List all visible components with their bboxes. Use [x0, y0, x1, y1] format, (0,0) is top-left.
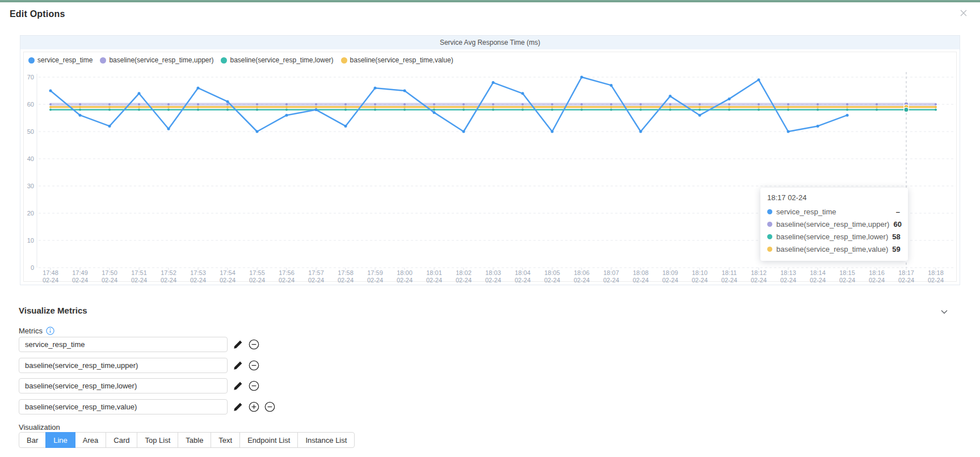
- tooltip-series-name: baseline(service_resp_time,upper): [776, 220, 889, 228]
- legend-item-baseline(service_resp_time,lower)[interactable]: baseline(service_resp_time,lower): [221, 56, 333, 64]
- data-point: [551, 109, 553, 111]
- metric-input[interactable]: [19, 337, 228, 352]
- remove-metric-icon[interactable]: [249, 339, 259, 350]
- section-title-visualize-metrics: Visualize Metrics: [19, 306, 87, 315]
- data-point: [669, 109, 671, 111]
- x-axis-date: 02-24: [574, 277, 590, 283]
- data-point: [344, 109, 347, 111]
- data-point: [699, 103, 701, 105]
- data-point: [640, 130, 642, 133]
- tooltip-series-value: 58: [892, 232, 900, 241]
- legend-item-service_resp_time[interactable]: service_resp_time: [28, 56, 92, 64]
- edit-pencil-icon[interactable]: [233, 360, 243, 371]
- data-point: [551, 103, 553, 105]
- data-point: [79, 103, 81, 105]
- y-axis-label: 60: [27, 101, 34, 108]
- x-axis-date: 02-24: [72, 277, 88, 283]
- data-point: [167, 103, 170, 105]
- visualization-label: Visualization: [19, 423, 60, 431]
- x-axis-time: 18:00: [397, 269, 413, 276]
- metric-input[interactable]: [19, 399, 228, 414]
- viz-option-bar[interactable]: Bar: [19, 432, 46, 448]
- data-point: [787, 106, 789, 108]
- viz-option-instance-list[interactable]: Instance List: [297, 432, 355, 448]
- x-axis-date: 02-24: [308, 277, 324, 283]
- x-axis-date: 02-24: [456, 277, 472, 283]
- remove-metric-icon[interactable]: [249, 380, 259, 391]
- x-axis-time: 18:13: [780, 269, 796, 276]
- legend-item-baseline(service_resp_time,upper)[interactable]: baseline(service_resp_time,upper): [100, 56, 213, 64]
- data-point: [256, 109, 258, 111]
- x-axis-date: 02-24: [898, 277, 914, 283]
- data-point: [344, 125, 347, 128]
- data-point: [285, 106, 288, 108]
- data-point: [817, 109, 819, 111]
- x-axis-time: 18:02: [456, 269, 472, 276]
- remove-metric-icon[interactable]: [264, 401, 275, 412]
- viz-option-card[interactable]: Card: [106, 432, 137, 448]
- tooltip-row: baseline(service_resp_time,lower)58: [767, 230, 900, 243]
- viz-option-top-list[interactable]: Top List: [137, 432, 178, 448]
- metric-input[interactable]: [19, 378, 228, 393]
- data-point: [433, 106, 435, 108]
- data-point: [167, 128, 170, 130]
- chevron-down-icon[interactable]: [940, 307, 949, 316]
- metric-input[interactable]: [19, 358, 228, 373]
- data-point: [374, 87, 377, 90]
- x-axis-time: 18:06: [574, 269, 590, 276]
- legend-item-baseline(service_resp_time,value)[interactable]: baseline(service_resp_time,value): [341, 56, 453, 64]
- data-point: [846, 106, 848, 108]
- data-point: [197, 87, 200, 90]
- data-point: [669, 103, 671, 105]
- viz-option-text[interactable]: Text: [211, 432, 240, 448]
- x-axis-date: 02-24: [662, 277, 678, 283]
- add-metric-icon[interactable]: [249, 401, 259, 412]
- data-point: [167, 106, 170, 108]
- tooltip-series-dot: [767, 222, 772, 227]
- y-axis-label: 50: [27, 128, 34, 135]
- data-point: [403, 90, 406, 92]
- data-point: [610, 106, 612, 108]
- metrics-label: Metrics: [19, 327, 43, 335]
- viz-option-line[interactable]: Line: [45, 432, 75, 448]
- y-axis-label: 30: [27, 183, 34, 189]
- data-point: [492, 109, 494, 111]
- remove-metric-icon[interactable]: [249, 360, 259, 371]
- data-point: [876, 103, 878, 105]
- tooltip-series-name: baseline(service_resp_time,lower): [776, 232, 888, 241]
- data-point: [521, 106, 524, 108]
- data-point: [226, 100, 229, 103]
- legend-dot: [100, 57, 106, 64]
- legend-label: baseline(service_resp_time,value): [350, 56, 453, 64]
- x-axis-date: 02-24: [869, 277, 885, 283]
- data-point: [108, 125, 111, 128]
- x-axis-date: 02-24: [397, 277, 413, 283]
- viz-option-endpoint-list[interactable]: Endpoint List: [239, 432, 298, 448]
- tooltip-series-value: –: [896, 208, 900, 216]
- data-point: [256, 103, 258, 105]
- data-point: [138, 109, 140, 111]
- data-point: [492, 81, 495, 84]
- data-point: [610, 84, 613, 87]
- data-point: [315, 103, 317, 105]
- legend-label: baseline(service_resp_time,lower): [230, 56, 333, 64]
- x-axis-time: 18:15: [839, 269, 855, 276]
- x-axis-time: 18:01: [426, 269, 442, 276]
- data-point: [108, 109, 111, 111]
- info-icon[interactable]: [46, 327, 54, 335]
- edit-pencil-icon[interactable]: [233, 401, 243, 412]
- data-point: [699, 114, 701, 117]
- close-icon[interactable]: [958, 8, 969, 18]
- x-axis-date: 02-24: [338, 277, 354, 283]
- edit-pencil-icon[interactable]: [233, 380, 243, 391]
- edit-pencil-icon[interactable]: [233, 339, 243, 350]
- viz-option-table[interactable]: Table: [178, 432, 211, 448]
- metric-row: [19, 399, 275, 414]
- x-axis-time: 17:58: [338, 269, 354, 276]
- data-point: [640, 106, 642, 108]
- series-baseline(service_resp_time,upper): [49, 103, 937, 105]
- data-point: [817, 125, 819, 128]
- data-point: [49, 103, 52, 105]
- x-axis-date: 02-24: [515, 277, 531, 283]
- viz-option-area[interactable]: Area: [75, 432, 106, 448]
